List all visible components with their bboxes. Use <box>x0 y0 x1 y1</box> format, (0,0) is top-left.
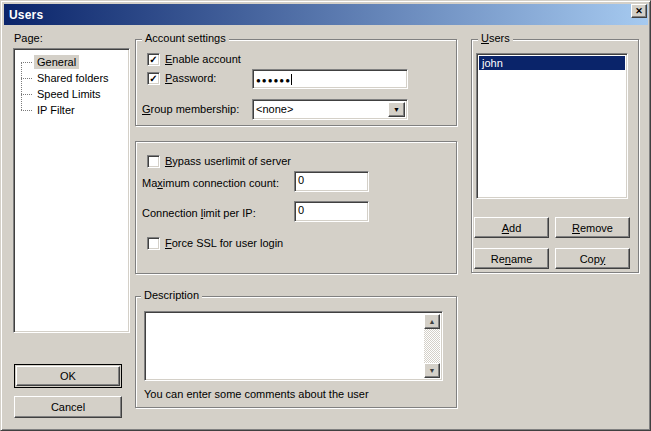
password-checkbox[interactable]: ✓ <box>147 72 160 85</box>
page-tree[interactable]: General Shared folders Speed Limits IP F… <box>13 48 130 333</box>
tree-item-label: Shared folders <box>34 71 112 85</box>
enable-account-label: Enable account <box>165 53 241 66</box>
chevron-down-icon: ▼ <box>393 106 400 113</box>
group-membership-label: Group membership: <box>142 103 239 115</box>
max-connection-label: Maximum connection count: <box>142 177 279 189</box>
scroll-up-icon: ▲ <box>429 318 436 325</box>
cancel-button-label: Cancel <box>51 401 85 413</box>
remove-user-button[interactable]: Remove <box>555 217 630 238</box>
rename-user-button-label: Rename <box>491 253 533 265</box>
checkmark-icon: ✓ <box>149 73 157 84</box>
ok-button-label: OK <box>60 370 76 382</box>
account-settings-title: Account settings <box>142 32 229 45</box>
bypass-userlimit-label: Bypass userlimit of server <box>165 155 291 168</box>
text-caret <box>291 74 292 85</box>
tree-item-label: General <box>34 55 79 69</box>
max-connection-input[interactable]: 0 <box>294 171 369 192</box>
combobox-value: <none> <box>256 103 293 115</box>
tree-connector <box>21 94 32 95</box>
tree-item-general[interactable]: General <box>14 54 129 70</box>
cancel-button[interactable]: Cancel <box>14 396 122 418</box>
checkmark-icon: ✓ <box>149 54 157 65</box>
enable-account-checkbox[interactable]: ✓ <box>147 53 160 66</box>
scroll-down-button[interactable]: ▼ <box>424 363 440 378</box>
scroll-up-button[interactable]: ▲ <box>424 314 440 329</box>
title-bar[interactable]: Users <box>4 4 648 25</box>
force-ssl-checkbox[interactable] <box>147 237 160 250</box>
tree-connector <box>21 62 32 63</box>
tree-connector <box>21 78 32 79</box>
bypass-userlimit-checkbox[interactable] <box>147 155 160 168</box>
window-title: Users <box>4 8 43 22</box>
users-group-title: Users <box>478 32 513 45</box>
add-user-button[interactable]: Add <box>474 217 549 238</box>
description-caption: You can enter some comments about the us… <box>144 388 369 400</box>
ok-button-ring: OK <box>14 364 122 388</box>
page-label: Page: <box>14 32 43 44</box>
rename-user-button[interactable]: Rename <box>474 248 549 269</box>
add-user-button-label: Add <box>502 222 522 234</box>
description-textarea[interactable]: ▲ ▼ <box>144 311 443 381</box>
ip-limit-input[interactable]: 0 <box>294 201 369 222</box>
users-dialog: Users ✕ Page: General Shared folders Spe… <box>0 0 651 431</box>
password-label: Password: <box>165 72 216 85</box>
remove-user-button-label: Remove <box>572 222 613 234</box>
group-membership-combobox[interactable]: <none> ▼ <box>252 99 408 120</box>
tree-connector <box>21 110 32 111</box>
password-dots: ●●●●●● <box>256 76 291 85</box>
scroll-down-icon: ▼ <box>429 367 436 374</box>
user-name: john <box>482 57 503 69</box>
users-listbox[interactable]: john <box>476 53 628 199</box>
description-scrollbar[interactable]: ▲ ▼ <box>424 314 440 378</box>
description-title: Description <box>141 289 202 302</box>
copy-user-button[interactable]: Copy <box>555 248 630 269</box>
combobox-dropdown-button[interactable]: ▼ <box>388 102 405 117</box>
force-ssl-label: Force SSL for user login <box>165 237 283 250</box>
copy-user-button-label: Copy <box>580 253 606 265</box>
tree-item-ip-filter[interactable]: IP Filter <box>14 102 129 118</box>
ok-button[interactable]: OK <box>16 366 120 386</box>
tree-item-shared-folders[interactable]: Shared folders <box>14 70 129 86</box>
close-button[interactable]: ✕ <box>631 4 647 18</box>
password-input[interactable]: ●●●●●● <box>252 69 408 89</box>
tree-item-speed-limits[interactable]: Speed Limits <box>14 86 129 102</box>
tree-item-label: Speed Limits <box>34 87 104 101</box>
close-icon: ✕ <box>635 6 643 16</box>
user-list-item[interactable]: john <box>479 56 625 70</box>
tree-item-label: IP Filter <box>34 103 78 117</box>
tree-guide-line <box>21 62 22 110</box>
ip-limit-label: Connection limit per IP: <box>142 207 256 219</box>
